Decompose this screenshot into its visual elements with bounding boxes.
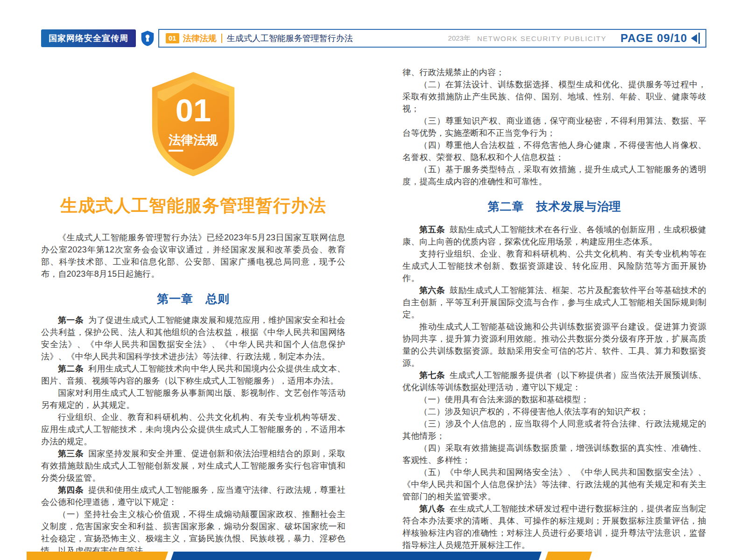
section-number-chip: 01: [166, 33, 179, 43]
article-text: 国家坚持发展和安全并重、促进创新和依法治理相结合的原则，采取有效措施鼓励生成式人…: [41, 449, 345, 483]
article-paragraph: 第二条利用生成式人工智能技术向中华人民共和国境内公众提供生成文本、图片、音频、视…: [41, 363, 345, 387]
article-text: （五）基于服务类型特点，采取有效措施，提升生成式人工智能服务的透明度，提高生成内…: [402, 165, 706, 186]
prev-page-triangle: [691, 34, 697, 42]
article-paragraph: 第六条鼓励生成式人工智能算法、框架、芯片及配套软件平台等基础技术的自主创新，平等…: [402, 284, 706, 321]
article-paragraph: 第七条生成式人工智能服务提供者（以下称提供者）应当依法开展预训练、优化训练等训练…: [402, 369, 706, 393]
article-text: （一）坚持社会主义核心价值观，不得生成煽动颠覆国家政权、推翻社会主义制度，危害国…: [41, 510, 345, 555]
article-paragraph: 第一条为了促进生成式人工智能健康发展和规范应用，维护国家安全和社会公共利益，保护…: [41, 314, 345, 363]
chapter-2-heading: 第二章 技术发展与治理: [402, 199, 706, 214]
article-text: （二）在算法设计、训练数据选择、模型生成和优化、提供服务等过程中，采取有效措施防…: [402, 80, 706, 113]
section-label: 法律法规: [183, 33, 217, 44]
article-paragraph: （一）坚持社会主义核心价值观，不得生成煽动颠覆国家政权、推翻社会主义制度，危害国…: [41, 508, 345, 557]
page-header: 国家网络安全宣传周 01 法律法规 生成式人工智能服务管理暂行办法 2023年 …: [41, 29, 706, 48]
header-title-box: 01 法律法规 生成式人工智能服务管理暂行办法 2023年 NETWORK SE…: [158, 29, 706, 48]
header-publicity-label: NETWORK SECURITY PUBLICITY: [477, 35, 606, 42]
article-text: 律、行政法规禁止的内容；: [402, 68, 504, 77]
shield-keyhole-icon: [141, 30, 155, 47]
footer-gold-bar-left: [27, 552, 168, 560]
article-text: 鼓励生成式人工智能算法、框架、芯片及配套软件平台等基础技术的自主创新，平等互利开…: [402, 286, 706, 319]
article-paragraph: 律、行政法规禁止的内容；: [402, 66, 706, 78]
article-text: （三）涉及个人信息的，应当取得个人同意或者符合法律、行政法规规定的其他情形；: [402, 419, 706, 441]
header-year: 2023年: [448, 34, 471, 43]
article-text: （二）涉及知识产权的，不得侵害他人依法享有的知识产权；: [419, 407, 648, 416]
shield-number: 01: [176, 92, 211, 128]
article-paragraph: 推动生成式人工智能基础设施和公共训练数据资源平台建设。促进算力资源协同共享，提升…: [402, 321, 706, 369]
article-number: 第五条: [419, 225, 445, 234]
left-column: 01 法律法规 生成式人工智能服务管理暂行办法 《生成式人工智能服务管理暂行办法…: [41, 60, 345, 557]
intro-paragraph: 《生成式人工智能服务管理暂行办法》已经2023年5月23日国家互联网信息办公室2…: [41, 231, 345, 280]
article-paragraph: 行业组织、企业、教育和科研机构、公共文化机构、有关专业机构等研发、应用生成式人工…: [41, 411, 345, 448]
article-number: 第二条: [58, 364, 84, 373]
article-paragraph: 支持行业组织、企业、教育和科研机构、公共文化机构、有关专业机构等在生成式人工智能…: [402, 248, 706, 284]
article-paragraph: 第四条提供和使用生成式人工智能服务，应当遵守法律、行政法规，尊重社会公德和伦理道…: [41, 484, 345, 508]
chapter-shield-badge: 01 法律法规: [148, 70, 239, 180]
right-column: 律、行政法规禁止的内容； （二）在算法设计、训练数据选择、模型生成和优化、提供服…: [402, 66, 706, 551]
article-paragraph: （二）在算法设计、训练数据选择、模型生成和优化、提供服务等过程中，采取有效措施防…: [402, 78, 706, 115]
prev-page-bar: [698, 33, 700, 44]
article-paragraph: （三）涉及个人信息的，应当取得个人同意或者符合法律、行政法规规定的其他情形；: [402, 418, 706, 442]
article-text: 支持行业组织、企业、教育和科研机构、公共文化机构、有关专业机构等在生成式人工智能…: [402, 249, 706, 283]
article-text: （四）尊重他人合法权益，不得危害他人身心健康，不得侵害他人肖像权、名誉权、荣誉权…: [402, 140, 706, 162]
article-text: 生成式人工智能服务提供者（以下称提供者）应当依法开展预训练、优化训练等训练数据处…: [402, 371, 706, 392]
footer-blue-bar: [171, 552, 542, 560]
article-paragraph: （四）尊重他人合法权益，不得危害他人身心健康，不得侵害他人肖像权、名誉权、荣誉权…: [402, 139, 706, 163]
article-text: （一）使用具有合法来源的数据和基础模型；: [419, 395, 589, 404]
article-number: 第三条: [58, 449, 84, 458]
article-paragraph: 第八条在生成式人工智能技术研发过程中进行数据标注的，提供者应当制定符合本办法要求…: [402, 503, 706, 551]
article-text: 利用生成式人工智能技术向中华人民共和国境内公众提供生成文本、图片、音频、视频等内…: [41, 364, 345, 385]
shield-dash: [169, 150, 183, 152]
article-text: 在生成式人工智能技术研发过程中进行数据标注的，提供者应当制定符合本办法要求的清晰…: [402, 504, 706, 550]
chapter-1-heading: 第一章 总则: [41, 291, 345, 307]
brand-badge: 国家网络安全宣传周: [41, 29, 136, 47]
article-number: 第四条: [58, 485, 84, 495]
article-paragraph: （一）使用具有合法来源的数据和基础模型；: [402, 393, 706, 406]
article-text: 提供和使用生成式人工智能服务，应当遵守法律、行政法规，尊重社会公德和伦理道德，遵…: [41, 485, 345, 507]
article-text: 为了促进生成式人工智能健康发展和规范应用，维护国家安全和社会公共利益，保护公民、…: [41, 315, 345, 361]
page-number-label: PAGE 09/10: [620, 32, 687, 45]
shield-label: 法律法规: [168, 133, 218, 147]
article-text: （四）采取有效措施提高训练数据质量，增强训练数据的真实性、准确性、客观性、多样性…: [402, 443, 706, 465]
document-page: 国家网络安全宣传周 01 法律法规 生成式人工智能服务管理暂行办法 2023年 …: [0, 0, 747, 560]
article-paragraph: （四）采取有效措施提高训练数据质量，增强训练数据的真实性、准确性、客观性、多样性…: [402, 442, 706, 466]
article-text: 鼓励生成式人工智能技术在各行业、各领域的创新应用，生成积极健康、向上向善的优质内…: [402, 225, 706, 246]
main-title: 生成式人工智能服务管理暂行办法: [41, 194, 345, 217]
article-text: 推动生成式人工智能基础设施和公共训练数据资源平台建设。促进算力资源协同共享，提升…: [402, 322, 706, 368]
prev-page-icon[interactable]: [691, 33, 700, 44]
article-text: （五）《中华人民共和国网络安全法》、《中华人民共和国数据安全法》、《中华人民共和…: [402, 468, 706, 501]
article-number: 第六条: [419, 286, 445, 295]
article-paragraph: 第五条鼓励生成式人工智能技术在各行业、各领域的创新应用，生成积极健康、向上向善的…: [402, 224, 706, 248]
article-paragraph: 国家对利用生成式人工智能服务从事新闻出版、影视制作、文艺创作等活动另有规定的，从…: [41, 387, 345, 411]
article-paragraph: （三）尊重知识产权、商业道德，保守商业秘密，不得利用算法、数据、平台等优势，实施…: [402, 115, 706, 139]
article-paragraph: （二）涉及知识产权的，不得侵害他人依法享有的知识产权；: [402, 406, 706, 418]
article-number: 第七条: [419, 371, 445, 380]
article-text: （三）尊重知识产权、商业道德，保守商业秘密，不得利用算法、数据、平台等优势，实施…: [402, 116, 706, 138]
article-paragraph: （五）基于服务类型特点，采取有效措施，提升生成式人工智能服务的透明度，提高生成内…: [402, 163, 706, 188]
article-paragraph: （五）《中华人民共和国网络安全法》、《中华人民共和国数据安全法》、《中华人民共和…: [402, 466, 706, 503]
header-doc-title: 生成式人工智能服务管理暂行办法: [227, 33, 353, 44]
article-text: 行业组织、企业、教育和科研机构、公共文化机构、有关专业机构等研发、应用生成式人工…: [41, 413, 345, 446]
article-paragraph: 第三条国家坚持发展和安全并重、促进创新和依法治理相结合的原则，采取有效措施鼓励生…: [41, 448, 345, 484]
header-divider: [221, 34, 222, 43]
footer-gold-bar-right: [545, 552, 592, 560]
article-number: 第一条: [58, 315, 84, 325]
article-number: 第八条: [419, 504, 445, 513]
article-text: 国家对利用生成式人工智能服务从事新闻出版、影视制作、文艺创作等活动另有规定的，从…: [41, 388, 345, 410]
